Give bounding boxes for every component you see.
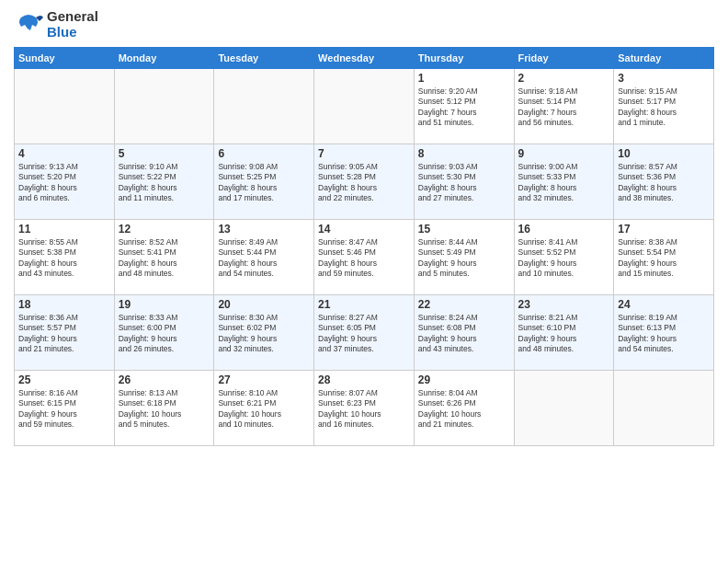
calendar-cell (114, 69, 214, 144)
calendar-header-row: SundayMondayTuesdayWednesdayThursdayFrid… (15, 48, 714, 69)
logo: General Blue (14, 9, 98, 40)
calendar-cell: 7Sunrise: 9:05 AM Sunset: 5:28 PM Daylig… (314, 144, 415, 220)
calendar-week-row: 18Sunrise: 8:36 AM Sunset: 5:57 PM Dayli… (15, 295, 714, 371)
day-number: 3 (618, 72, 710, 85)
day-info: Sunrise: 8:27 AM Sunset: 6:05 PM Dayligh… (318, 313, 410, 355)
day-number: 11 (18, 223, 110, 236)
day-info: Sunrise: 9:05 AM Sunset: 5:28 PM Dayligh… (318, 162, 410, 204)
calendar-cell: 5Sunrise: 9:10 AM Sunset: 5:22 PM Daylig… (114, 144, 214, 220)
day-number: 24 (618, 298, 710, 311)
calendar-cell: 23Sunrise: 8:21 AM Sunset: 6:10 PM Dayli… (514, 295, 614, 371)
calendar-cell: 6Sunrise: 9:08 AM Sunset: 5:25 PM Daylig… (214, 144, 314, 220)
page: General Blue SundayMondayTuesdayWednesda… (0, 0, 728, 563)
calendar-cell: 19Sunrise: 8:33 AM Sunset: 6:00 PM Dayli… (114, 295, 214, 371)
day-info: Sunrise: 9:10 AM Sunset: 5:22 PM Dayligh… (119, 162, 210, 204)
calendar-cell: 14Sunrise: 8:47 AM Sunset: 5:46 PM Dayli… (314, 220, 415, 295)
calendar-cell (614, 371, 714, 446)
day-number: 28 (318, 373, 410, 386)
day-number: 18 (18, 298, 110, 311)
day-info: Sunrise: 9:03 AM Sunset: 5:30 PM Dayligh… (418, 162, 510, 204)
day-info: Sunrise: 8:13 AM Sunset: 6:18 PM Dayligh… (119, 388, 210, 431)
calendar-cell: 17Sunrise: 8:38 AM Sunset: 5:54 PM Dayli… (614, 220, 714, 295)
header: General Blue (14, 9, 714, 40)
day-info: Sunrise: 9:13 AM Sunset: 5:20 PM Dayligh… (18, 162, 110, 204)
calendar-cell (214, 69, 314, 144)
calendar-cell: 18Sunrise: 8:36 AM Sunset: 5:57 PM Dayli… (15, 295, 115, 371)
day-number: 13 (218, 223, 310, 236)
day-info: Sunrise: 8:38 AM Sunset: 5:54 PM Dayligh… (618, 237, 710, 280)
day-number: 15 (418, 223, 510, 236)
day-number: 7 (318, 147, 410, 160)
day-info: Sunrise: 8:16 AM Sunset: 6:15 PM Dayligh… (18, 388, 110, 431)
logo-general: General (47, 9, 98, 25)
calendar-week-row: 1Sunrise: 9:20 AM Sunset: 5:12 PM Daylig… (15, 69, 714, 144)
day-number: 26 (119, 373, 210, 386)
calendar-cell: 24Sunrise: 8:19 AM Sunset: 6:13 PM Dayli… (614, 295, 714, 371)
column-header-saturday: Saturday (614, 48, 714, 69)
day-info: Sunrise: 8:41 AM Sunset: 5:52 PM Dayligh… (518, 237, 610, 280)
day-info: Sunrise: 8:47 AM Sunset: 5:46 PM Dayligh… (318, 237, 410, 280)
day-number: 29 (418, 373, 510, 386)
calendar-table: SundayMondayTuesdayWednesdayThursdayFrid… (14, 47, 714, 446)
logo-blue: Blue (47, 25, 98, 40)
calendar-cell: 13Sunrise: 8:49 AM Sunset: 5:44 PM Dayli… (214, 220, 314, 295)
day-info: Sunrise: 8:21 AM Sunset: 6:10 PM Dayligh… (518, 313, 610, 355)
day-number: 9 (518, 147, 610, 160)
day-info: Sunrise: 9:18 AM Sunset: 5:14 PM Dayligh… (518, 86, 610, 129)
day-number: 20 (218, 298, 310, 311)
day-number: 2 (518, 72, 610, 85)
calendar-cell: 27Sunrise: 8:10 AM Sunset: 6:21 PM Dayli… (214, 371, 314, 446)
day-info: Sunrise: 8:07 AM Sunset: 6:23 PM Dayligh… (318, 388, 410, 431)
day-number: 23 (518, 298, 610, 311)
day-info: Sunrise: 8:36 AM Sunset: 5:57 PM Dayligh… (18, 313, 110, 355)
day-info: Sunrise: 8:30 AM Sunset: 6:02 PM Dayligh… (218, 313, 310, 355)
day-number: 5 (119, 147, 210, 160)
column-header-wednesday: Wednesday (314, 48, 415, 69)
calendar-cell: 10Sunrise: 8:57 AM Sunset: 5:36 PM Dayli… (614, 144, 714, 220)
column-header-monday: Monday (114, 48, 214, 69)
calendar-cell: 4Sunrise: 9:13 AM Sunset: 5:20 PM Daylig… (15, 144, 115, 220)
calendar-cell (314, 69, 415, 144)
day-number: 16 (518, 223, 610, 236)
day-number: 6 (218, 147, 310, 160)
calendar-cell: 12Sunrise: 8:52 AM Sunset: 5:41 PM Dayli… (114, 220, 214, 295)
calendar-week-row: 4Sunrise: 9:13 AM Sunset: 5:20 PM Daylig… (15, 144, 714, 220)
calendar-cell (15, 69, 115, 144)
day-number: 27 (218, 373, 310, 386)
column-header-friday: Friday (514, 48, 614, 69)
calendar-cell (514, 371, 614, 446)
calendar-cell: 1Sunrise: 9:20 AM Sunset: 5:12 PM Daylig… (414, 69, 514, 144)
calendar-cell: 11Sunrise: 8:55 AM Sunset: 5:38 PM Dayli… (15, 220, 115, 295)
day-info: Sunrise: 8:04 AM Sunset: 6:26 PM Dayligh… (418, 388, 510, 431)
calendar-cell: 26Sunrise: 8:13 AM Sunset: 6:18 PM Dayli… (114, 371, 214, 446)
column-header-thursday: Thursday (414, 48, 514, 69)
calendar-cell: 2Sunrise: 9:18 AM Sunset: 5:14 PM Daylig… (514, 69, 614, 144)
logo-bird-icon (14, 10, 43, 40)
day-number: 17 (618, 223, 710, 236)
calendar-cell: 15Sunrise: 8:44 AM Sunset: 5:49 PM Dayli… (414, 220, 514, 295)
calendar-week-row: 11Sunrise: 8:55 AM Sunset: 5:38 PM Dayli… (15, 220, 714, 295)
calendar-cell: 29Sunrise: 8:04 AM Sunset: 6:26 PM Dayli… (414, 371, 514, 446)
day-info: Sunrise: 8:10 AM Sunset: 6:21 PM Dayligh… (218, 388, 310, 431)
calendar-cell: 22Sunrise: 8:24 AM Sunset: 6:08 PM Dayli… (414, 295, 514, 371)
day-info: Sunrise: 9:15 AM Sunset: 5:17 PM Dayligh… (618, 86, 710, 129)
calendar-cell: 20Sunrise: 8:30 AM Sunset: 6:02 PM Dayli… (214, 295, 314, 371)
day-info: Sunrise: 8:55 AM Sunset: 5:38 PM Dayligh… (18, 237, 110, 280)
day-number: 12 (119, 223, 210, 236)
calendar-cell: 25Sunrise: 8:16 AM Sunset: 6:15 PM Dayli… (15, 371, 115, 446)
day-info: Sunrise: 8:49 AM Sunset: 5:44 PM Dayligh… (218, 237, 310, 280)
calendar-cell: 16Sunrise: 8:41 AM Sunset: 5:52 PM Dayli… (514, 220, 614, 295)
day-info: Sunrise: 8:19 AM Sunset: 6:13 PM Dayligh… (618, 313, 710, 355)
day-number: 10 (618, 147, 710, 160)
day-number: 22 (418, 298, 510, 311)
day-number: 8 (418, 147, 510, 160)
day-info: Sunrise: 8:33 AM Sunset: 6:00 PM Dayligh… (119, 313, 210, 355)
day-info: Sunrise: 8:57 AM Sunset: 5:36 PM Dayligh… (618, 162, 710, 204)
day-info: Sunrise: 9:00 AM Sunset: 5:33 PM Dayligh… (518, 162, 610, 204)
day-info: Sunrise: 8:44 AM Sunset: 5:49 PM Dayligh… (418, 237, 510, 280)
calendar-week-row: 25Sunrise: 8:16 AM Sunset: 6:15 PM Dayli… (15, 371, 714, 446)
day-number: 21 (318, 298, 410, 311)
calendar-cell: 8Sunrise: 9:03 AM Sunset: 5:30 PM Daylig… (414, 144, 514, 220)
logo-text: General Blue (47, 9, 98, 40)
day-info: Sunrise: 9:20 AM Sunset: 5:12 PM Dayligh… (418, 86, 510, 129)
